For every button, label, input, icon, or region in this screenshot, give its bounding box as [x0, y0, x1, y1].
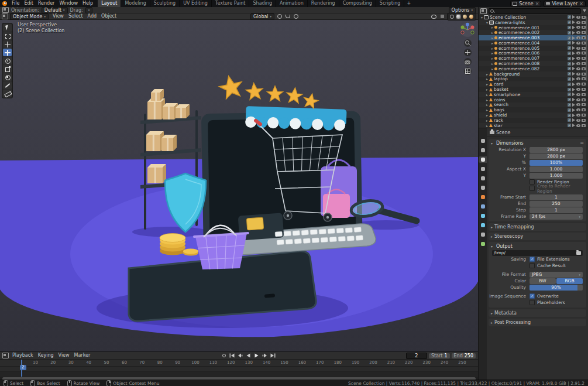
exclude-checkbox-toggle[interactable]: ✓: [568, 88, 571, 91]
object-properties-tab[interactable]: [479, 194, 487, 200]
exclude-checkbox-toggle[interactable]: ✓: [568, 98, 571, 101]
timeline-ruler[interactable]: 1020304050607080901001101201301401501601…: [0, 360, 478, 367]
expand-arrow-icon[interactable]: ▸: [485, 82, 489, 86]
exclude-checkbox-toggle[interactable]: ✓: [568, 52, 571, 55]
disable-render-toggle[interactable]: [582, 77, 586, 80]
frame-end-field[interactable]: 250: [529, 201, 583, 207]
outliner-row-scene-collection[interactable]: ▾Scene Collection✓: [479, 15, 588, 20]
menu-edit[interactable]: Edit: [22, 0, 36, 7]
disable-render-toggle[interactable]: [582, 88, 586, 91]
navigation-gizmo[interactable]: [460, 22, 475, 37]
stereoscopy-section[interactable]: ▸ Stereoscopy: [489, 233, 586, 240]
exclude-checkbox-toggle[interactable]: ✓: [568, 93, 571, 96]
remove-view-layer-icon[interactable]: ×: [579, 1, 583, 6]
disable-render-toggle[interactable]: [582, 114, 586, 117]
outliner-row-coins[interactable]: ▸coins✓: [479, 97, 588, 103]
drag-dropdown[interactable]: ▾: [85, 7, 93, 13]
hide-viewport-toggle[interactable]: [576, 83, 580, 86]
workspace-tab-layout[interactable]: Layout: [98, 0, 121, 7]
color-rgb-button[interactable]: RGB: [556, 278, 583, 284]
tweak-tool-button[interactable]: [3, 24, 12, 32]
workspace-tab-animation[interactable]: Animation: [276, 0, 308, 7]
exclude-checkbox-toggle[interactable]: ✓: [568, 118, 571, 122]
expand-arrow-icon[interactable]: ▸: [485, 87, 489, 91]
expand-arrow-icon[interactable]: ▸: [490, 41, 494, 45]
hide-viewport-toggle[interactable]: [576, 16, 580, 19]
tool-properties-tab[interactable]: [479, 138, 487, 144]
selectable-toggle[interactable]: [572, 46, 575, 50]
expand-arrow-icon[interactable]: ▸: [485, 98, 489, 102]
current-frame-field[interactable]: 2: [406, 353, 427, 359]
disable-render-toggle[interactable]: [582, 98, 586, 101]
view-layer-properties-tab[interactable]: [479, 166, 487, 172]
hide-viewport-toggle[interactable]: [576, 108, 580, 111]
add-workspace-button[interactable]: +: [404, 0, 413, 7]
disable-render-toggle[interactable]: [582, 108, 586, 111]
viewport-menu-select[interactable]: Select: [66, 13, 85, 20]
hide-viewport-toggle[interactable]: [576, 114, 580, 117]
quality-slider[interactable]: 90%: [529, 285, 583, 291]
exclude-checkbox-toggle[interactable]: ✓: [568, 26, 571, 29]
file-format-dropdown[interactable]: JPEG▾: [529, 272, 583, 278]
material-shading-button[interactable]: [462, 14, 467, 19]
hide-viewport-toggle[interactable]: [576, 124, 580, 127]
exclude-checkbox-toggle[interactable]: ✓: [568, 72, 571, 76]
expand-arrow-icon[interactable]: ▸: [485, 124, 489, 128]
selectable-toggle[interactable]: [572, 15, 575, 19]
dimensions-header[interactable]: ▾ Dimensions ≡: [489, 139, 586, 146]
color-bw-button[interactable]: BW: [529, 278, 556, 284]
snap-toggle-button[interactable]: [284, 14, 291, 19]
move-tool-button[interactable]: [3, 49, 12, 56]
selectable-toggle[interactable]: [572, 103, 575, 107]
workspace-tab-shading[interactable]: Shading: [249, 0, 276, 7]
post-processing-section[interactable]: ▸ Post Processing: [489, 319, 586, 326]
expand-arrow-icon[interactable]: ▸: [490, 67, 494, 71]
workspace-tab-modeling[interactable]: Modeling: [121, 0, 150, 7]
zoom-view-button[interactable]: [464, 39, 472, 47]
outliner-row-star[interactable]: ▸star✓: [479, 123, 588, 128]
selectable-toggle[interactable]: [572, 124, 575, 127]
hide-viewport-toggle[interactable]: [576, 98, 580, 101]
hide-viewport-toggle[interactable]: [576, 88, 580, 91]
disable-render-toggle[interactable]: [582, 47, 586, 50]
workspace-tab-uv-editing[interactable]: UV Editing: [180, 0, 212, 7]
hide-viewport-toggle[interactable]: [576, 26, 580, 29]
previous-keyframe-button[interactable]: [236, 353, 244, 358]
exclude-checkbox-toggle[interactable]: ✓: [568, 108, 571, 112]
disable-render-toggle[interactable]: [582, 57, 586, 60]
folder-icon[interactable]: [576, 251, 581, 255]
scene-selector[interactable]: Scene ×: [510, 1, 541, 7]
exclude-checkbox-toggle[interactable]: ✓: [568, 41, 571, 45]
exclude-checkbox-toggle[interactable]: ✓: [568, 31, 571, 35]
disable-render-toggle[interactable]: [582, 36, 586, 39]
proportional-editing-button[interactable]: [293, 14, 299, 19]
filter-icon[interactable]: [583, 9, 586, 12]
hide-viewport-toggle[interactable]: [576, 57, 580, 60]
selectable-toggle[interactable]: [572, 98, 575, 101]
timeline-menu-marker[interactable]: Marker: [72, 352, 93, 359]
hide-viewport-toggle[interactable]: [576, 47, 580, 50]
selectable-toggle[interactable]: [572, 93, 575, 96]
transform-tool-button[interactable]: [3, 73, 12, 81]
output-path-field[interactable]: /tmp/: [492, 250, 583, 256]
expand-arrow-icon[interactable]: ▸: [490, 56, 494, 60]
metadata-section[interactable]: ▸ Metadata: [489, 309, 586, 317]
hide-viewport-toggle[interactable]: [576, 119, 580, 122]
outliner-scrollbar[interactable]: [586, 16, 587, 81]
toggle-xray-button[interactable]: [439, 14, 445, 19]
outliner-row-shield[interactable]: ▸shield✓: [479, 112, 588, 118]
outliner-row-laptop[interactable]: ▸laptop✓: [479, 77, 588, 82]
transform-orientation-dropdown[interactable]: Global ▾: [250, 13, 274, 20]
selectable-toggle[interactable]: [572, 26, 575, 29]
scene-properties-tab[interactable]: [479, 175, 487, 182]
camera-view-button[interactable]: [464, 58, 472, 66]
disable-render-toggle[interactable]: [582, 93, 586, 96]
expand-arrow-icon[interactable]: ▾: [480, 15, 484, 19]
disable-render-toggle[interactable]: [582, 119, 586, 122]
disable-render-toggle[interactable]: [582, 21, 586, 24]
expand-arrow-icon[interactable]: ▸: [490, 46, 494, 50]
hide-viewport-toggle[interactable]: [576, 62, 580, 65]
disable-render-toggle[interactable]: [582, 42, 586, 45]
menu-file[interactable]: File: [9, 0, 22, 7]
aspect-x-field[interactable]: 1.000: [529, 166, 583, 172]
